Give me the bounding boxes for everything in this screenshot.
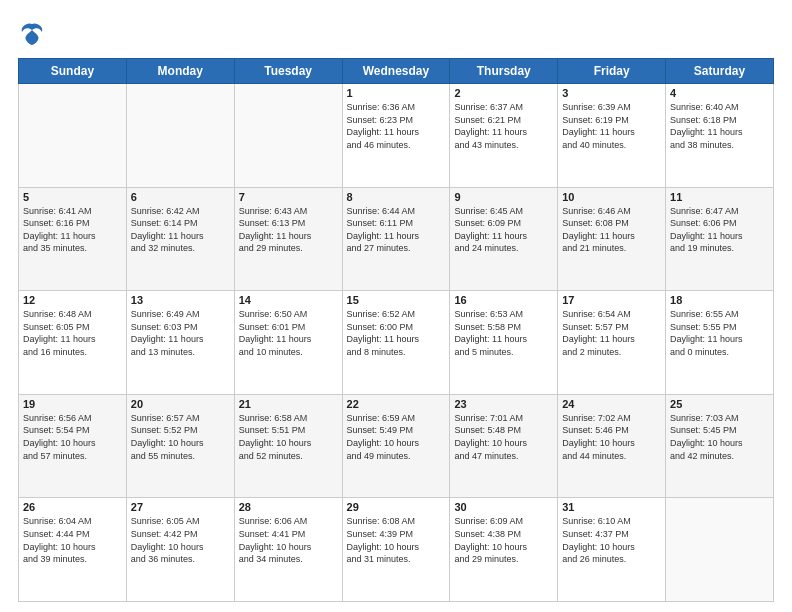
day-info: Sunrise: 6:08 AMSunset: 4:39 PMDaylight:… (347, 515, 446, 565)
calendar-week-row: 1Sunrise: 6:36 AMSunset: 6:23 PMDaylight… (19, 84, 774, 188)
day-number: 29 (347, 501, 446, 513)
table-row: 10Sunrise: 6:46 AMSunset: 6:08 PMDayligh… (558, 187, 666, 291)
day-number: 15 (347, 294, 446, 306)
day-number: 26 (23, 501, 122, 513)
table-row: 25Sunrise: 7:03 AMSunset: 5:45 PMDayligh… (666, 394, 774, 498)
day-number: 28 (239, 501, 338, 513)
table-row: 12Sunrise: 6:48 AMSunset: 6:05 PMDayligh… (19, 291, 127, 395)
table-row: 13Sunrise: 6:49 AMSunset: 6:03 PMDayligh… (126, 291, 234, 395)
day-info: Sunrise: 6:45 AMSunset: 6:09 PMDaylight:… (454, 205, 553, 255)
day-info: Sunrise: 7:01 AMSunset: 5:48 PMDaylight:… (454, 412, 553, 462)
calendar-week-row: 19Sunrise: 6:56 AMSunset: 5:54 PMDayligh… (19, 394, 774, 498)
table-row: 9Sunrise: 6:45 AMSunset: 6:09 PMDaylight… (450, 187, 558, 291)
table-row: 14Sunrise: 6:50 AMSunset: 6:01 PMDayligh… (234, 291, 342, 395)
day-info: Sunrise: 6:36 AMSunset: 6:23 PMDaylight:… (347, 101, 446, 151)
day-number: 19 (23, 398, 122, 410)
day-number: 27 (131, 501, 230, 513)
col-monday: Monday (126, 59, 234, 84)
day-info: Sunrise: 6:59 AMSunset: 5:49 PMDaylight:… (347, 412, 446, 462)
header (18, 18, 774, 48)
day-number: 24 (562, 398, 661, 410)
table-row: 6Sunrise: 6:42 AMSunset: 6:14 PMDaylight… (126, 187, 234, 291)
day-info: Sunrise: 6:42 AMSunset: 6:14 PMDaylight:… (131, 205, 230, 255)
table-row (126, 84, 234, 188)
day-number: 25 (670, 398, 769, 410)
day-info: Sunrise: 6:56 AMSunset: 5:54 PMDaylight:… (23, 412, 122, 462)
table-row: 21Sunrise: 6:58 AMSunset: 5:51 PMDayligh… (234, 394, 342, 498)
table-row: 18Sunrise: 6:55 AMSunset: 5:55 PMDayligh… (666, 291, 774, 395)
day-info: Sunrise: 7:02 AMSunset: 5:46 PMDaylight:… (562, 412, 661, 462)
day-info: Sunrise: 6:53 AMSunset: 5:58 PMDaylight:… (454, 308, 553, 358)
day-info: Sunrise: 6:05 AMSunset: 4:42 PMDaylight:… (131, 515, 230, 565)
table-row: 3Sunrise: 6:39 AMSunset: 6:19 PMDaylight… (558, 84, 666, 188)
day-info: Sunrise: 6:09 AMSunset: 4:38 PMDaylight:… (454, 515, 553, 565)
day-info: Sunrise: 6:39 AMSunset: 6:19 PMDaylight:… (562, 101, 661, 151)
day-info: Sunrise: 6:44 AMSunset: 6:11 PMDaylight:… (347, 205, 446, 255)
day-number: 6 (131, 191, 230, 203)
day-number: 8 (347, 191, 446, 203)
table-row: 15Sunrise: 6:52 AMSunset: 6:00 PMDayligh… (342, 291, 450, 395)
day-info: Sunrise: 6:58 AMSunset: 5:51 PMDaylight:… (239, 412, 338, 462)
table-row: 5Sunrise: 6:41 AMSunset: 6:16 PMDaylight… (19, 187, 127, 291)
day-info: Sunrise: 6:46 AMSunset: 6:08 PMDaylight:… (562, 205, 661, 255)
table-row: 7Sunrise: 6:43 AMSunset: 6:13 PMDaylight… (234, 187, 342, 291)
col-saturday: Saturday (666, 59, 774, 84)
table-row: 27Sunrise: 6:05 AMSunset: 4:42 PMDayligh… (126, 498, 234, 602)
day-info: Sunrise: 6:54 AMSunset: 5:57 PMDaylight:… (562, 308, 661, 358)
table-row: 31Sunrise: 6:10 AMSunset: 4:37 PMDayligh… (558, 498, 666, 602)
day-number: 10 (562, 191, 661, 203)
day-info: Sunrise: 6:41 AMSunset: 6:16 PMDaylight:… (23, 205, 122, 255)
day-info: Sunrise: 6:50 AMSunset: 6:01 PMDaylight:… (239, 308, 338, 358)
col-thursday: Thursday (450, 59, 558, 84)
day-info: Sunrise: 6:37 AMSunset: 6:21 PMDaylight:… (454, 101, 553, 151)
table-row (19, 84, 127, 188)
col-tuesday: Tuesday (234, 59, 342, 84)
table-row: 26Sunrise: 6:04 AMSunset: 4:44 PMDayligh… (19, 498, 127, 602)
table-row: 28Sunrise: 6:06 AMSunset: 4:41 PMDayligh… (234, 498, 342, 602)
day-number: 1 (347, 87, 446, 99)
table-row: 23Sunrise: 7:01 AMSunset: 5:48 PMDayligh… (450, 394, 558, 498)
day-info: Sunrise: 6:49 AMSunset: 6:03 PMDaylight:… (131, 308, 230, 358)
day-info: Sunrise: 6:06 AMSunset: 4:41 PMDaylight:… (239, 515, 338, 565)
day-info: Sunrise: 7:03 AMSunset: 5:45 PMDaylight:… (670, 412, 769, 462)
day-number: 9 (454, 191, 553, 203)
day-info: Sunrise: 6:57 AMSunset: 5:52 PMDaylight:… (131, 412, 230, 462)
table-row: 30Sunrise: 6:09 AMSunset: 4:38 PMDayligh… (450, 498, 558, 602)
day-number: 23 (454, 398, 553, 410)
day-number: 31 (562, 501, 661, 513)
day-number: 16 (454, 294, 553, 306)
col-friday: Friday (558, 59, 666, 84)
table-row: 4Sunrise: 6:40 AMSunset: 6:18 PMDaylight… (666, 84, 774, 188)
calendar-header-row: Sunday Monday Tuesday Wednesday Thursday… (19, 59, 774, 84)
day-info: Sunrise: 6:48 AMSunset: 6:05 PMDaylight:… (23, 308, 122, 358)
table-row: 2Sunrise: 6:37 AMSunset: 6:21 PMDaylight… (450, 84, 558, 188)
day-number: 21 (239, 398, 338, 410)
table-row (234, 84, 342, 188)
day-info: Sunrise: 6:52 AMSunset: 6:00 PMDaylight:… (347, 308, 446, 358)
table-row: 22Sunrise: 6:59 AMSunset: 5:49 PMDayligh… (342, 394, 450, 498)
day-number: 7 (239, 191, 338, 203)
table-row: 17Sunrise: 6:54 AMSunset: 5:57 PMDayligh… (558, 291, 666, 395)
day-number: 14 (239, 294, 338, 306)
day-info: Sunrise: 6:04 AMSunset: 4:44 PMDaylight:… (23, 515, 122, 565)
day-info: Sunrise: 6:40 AMSunset: 6:18 PMDaylight:… (670, 101, 769, 151)
day-number: 12 (23, 294, 122, 306)
table-row: 8Sunrise: 6:44 AMSunset: 6:11 PMDaylight… (342, 187, 450, 291)
day-info: Sunrise: 6:43 AMSunset: 6:13 PMDaylight:… (239, 205, 338, 255)
day-number: 11 (670, 191, 769, 203)
table-row: 24Sunrise: 7:02 AMSunset: 5:46 PMDayligh… (558, 394, 666, 498)
day-number: 4 (670, 87, 769, 99)
day-number: 30 (454, 501, 553, 513)
day-number: 13 (131, 294, 230, 306)
day-number: 18 (670, 294, 769, 306)
table-row (666, 498, 774, 602)
table-row: 11Sunrise: 6:47 AMSunset: 6:06 PMDayligh… (666, 187, 774, 291)
table-row: 19Sunrise: 6:56 AMSunset: 5:54 PMDayligh… (19, 394, 127, 498)
logo (18, 18, 50, 48)
table-row: 16Sunrise: 6:53 AMSunset: 5:58 PMDayligh… (450, 291, 558, 395)
day-info: Sunrise: 6:47 AMSunset: 6:06 PMDaylight:… (670, 205, 769, 255)
day-info: Sunrise: 6:10 AMSunset: 4:37 PMDaylight:… (562, 515, 661, 565)
calendar-table: Sunday Monday Tuesday Wednesday Thursday… (18, 58, 774, 602)
table-row: 20Sunrise: 6:57 AMSunset: 5:52 PMDayligh… (126, 394, 234, 498)
day-number: 3 (562, 87, 661, 99)
